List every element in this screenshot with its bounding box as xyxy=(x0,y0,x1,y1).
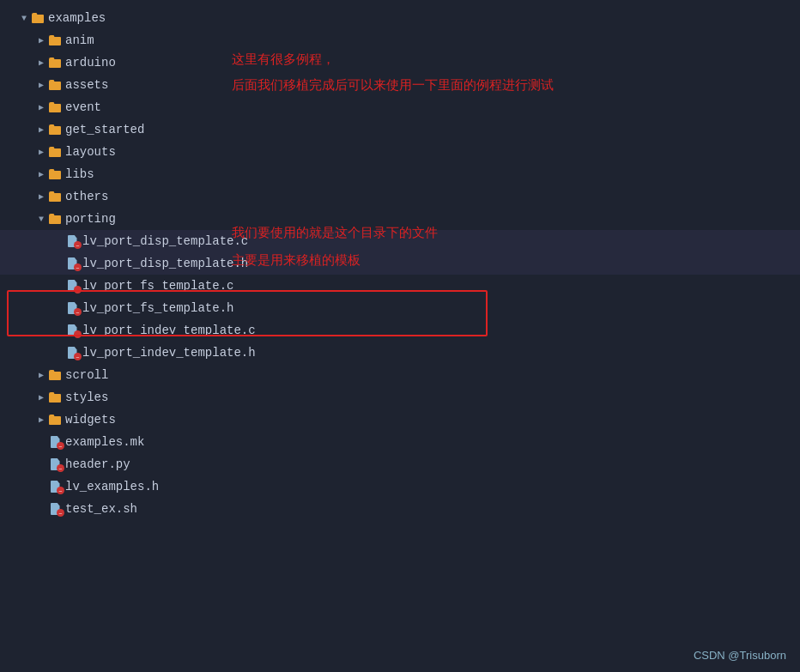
label-others: others xyxy=(65,190,108,203)
label-lv-port-indev-h: lv_port_indev_template.h xyxy=(82,346,256,360)
tree-item-anim[interactable]: anim xyxy=(0,29,800,51)
label-lv-port-fs-c: lv_port_fs_template.c xyxy=(82,279,233,293)
arrow-get-started xyxy=(34,123,48,136)
tree-item-assets[interactable]: assets xyxy=(0,74,800,96)
folder-icon-arduino xyxy=(48,56,62,70)
folder-icon-layouts xyxy=(48,145,62,159)
label-lv-port-disp-h: lv_port_disp_template.h xyxy=(82,257,248,270)
file-icon-examples-mk xyxy=(48,435,62,449)
file-icon-lv-port-disp-h xyxy=(65,257,79,270)
folder-icon-anim xyxy=(48,33,62,47)
label-anim: anim xyxy=(65,33,94,47)
arrow-others xyxy=(34,190,48,203)
file-icon-lv-port-fs-c xyxy=(65,279,79,293)
tree-item-lv-port-fs-h[interactable]: ▶ lv_port_fs_template.h xyxy=(0,297,800,319)
folder-icon-porting xyxy=(48,212,62,226)
label-libs: libs xyxy=(65,167,94,181)
tree-item-libs[interactable]: libs xyxy=(0,163,800,185)
arrow-anim xyxy=(34,33,48,47)
file-icon-lv-port-indev-c xyxy=(65,324,79,337)
label-widgets: widgets xyxy=(65,413,116,427)
file-tree: examples anim arduino assets xyxy=(0,0,800,672)
arrow-libs xyxy=(34,167,48,181)
arrow-assets xyxy=(34,78,48,92)
folder-icon-styles xyxy=(48,390,62,404)
tree-item-lv-port-disp-h[interactable]: ▶ lv_port_disp_template.h xyxy=(0,252,800,275)
arrow-arduino xyxy=(34,56,48,70)
arrow-layouts xyxy=(34,145,48,159)
tree-item-lv-examples-h[interactable]: ▶ lv_examples.h xyxy=(0,475,800,498)
tree-item-lv-port-fs-c[interactable]: ▶ lv_port_fs_template.c xyxy=(0,275,800,297)
tree-item-porting[interactable]: porting xyxy=(0,208,800,230)
arrow-scroll xyxy=(34,368,48,382)
folder-icon-event xyxy=(48,100,62,114)
folder-icon-widgets xyxy=(48,413,62,427)
tree-item-layouts[interactable]: layouts xyxy=(0,141,800,163)
watermark: CSDN @Trisuborn xyxy=(694,649,786,662)
label-examples: examples xyxy=(48,11,106,25)
tree-item-get-started[interactable]: get_started xyxy=(0,118,800,141)
folder-icon-get-started xyxy=(48,123,62,136)
folder-icon-assets xyxy=(48,78,62,92)
arrow-examples xyxy=(17,11,31,25)
label-layouts: layouts xyxy=(65,145,116,159)
tree-item-event[interactable]: event xyxy=(0,96,800,118)
label-scroll: scroll xyxy=(65,368,108,382)
tree-item-test-ex-sh[interactable]: ▶ test_ex.sh xyxy=(0,498,800,520)
file-icon-header-py xyxy=(48,457,62,471)
label-lv-examples-h: lv_examples.h xyxy=(65,480,159,493)
arrow-styles xyxy=(34,390,48,404)
tree-item-examples-mk[interactable]: ▶ examples.mk xyxy=(0,431,800,453)
tree-item-arduino[interactable]: arduino xyxy=(0,51,800,74)
tree-item-examples[interactable]: examples xyxy=(0,7,800,29)
tree-item-lv-port-indev-h[interactable]: ▶ lv_port_indev_template.h xyxy=(0,342,800,364)
folder-icon-libs xyxy=(48,167,62,181)
arrow-porting xyxy=(34,212,48,226)
tree-item-header-py[interactable]: ▶ header.py xyxy=(0,453,800,475)
label-assets: assets xyxy=(65,78,108,92)
label-lv-port-fs-h: lv_port_fs_template.h xyxy=(82,301,233,315)
file-icon-lv-port-indev-h xyxy=(65,346,79,360)
file-icon-test-ex-sh xyxy=(48,502,62,516)
folder-icon-scroll xyxy=(48,368,62,382)
label-styles: styles xyxy=(65,390,108,404)
label-examples-mk: examples.mk xyxy=(65,435,144,449)
arrow-widgets xyxy=(34,413,48,427)
label-test-ex-sh: test_ex.sh xyxy=(65,502,137,516)
file-icon-lv-examples-h xyxy=(48,480,62,493)
tree-item-lv-port-indev-c[interactable]: ▶ lv_port_indev_template.c xyxy=(0,319,800,342)
file-icon-lv-port-fs-h xyxy=(65,301,79,315)
label-event: event xyxy=(65,100,101,114)
tree-item-lv-port-disp-c[interactable]: ▶ lv_port_disp_template.c xyxy=(0,230,800,252)
tree-item-widgets[interactable]: widgets xyxy=(0,409,800,431)
tree-item-others[interactable]: others xyxy=(0,185,800,208)
label-porting: porting xyxy=(65,212,116,226)
label-lv-port-disp-c: lv_port_disp_template.c xyxy=(82,234,248,248)
folder-icon-others xyxy=(48,190,62,203)
arrow-event xyxy=(34,100,48,114)
file-icon-lv-port-disp-c xyxy=(65,234,79,248)
tree-item-styles[interactable]: styles xyxy=(0,386,800,409)
label-header-py: header.py xyxy=(65,457,130,471)
label-get-started: get_started xyxy=(65,123,144,136)
tree-item-scroll[interactable]: scroll xyxy=(0,364,800,386)
label-arduino: arduino xyxy=(65,56,116,70)
folder-icon-examples xyxy=(31,11,45,25)
label-lv-port-indev-c: lv_port_indev_template.c xyxy=(82,324,256,337)
